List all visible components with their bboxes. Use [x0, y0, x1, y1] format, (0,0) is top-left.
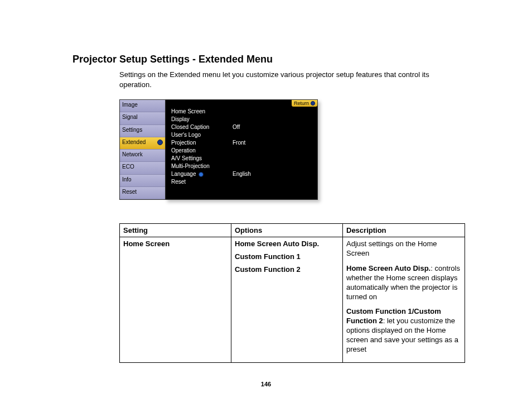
osd-row-label: Display	[171, 116, 233, 123]
osd-sidebar: Image Signal Settings Extended Network E…	[119, 99, 165, 200]
osd-row-label: Operation	[171, 147, 233, 155]
osd-side-label: Signal	[122, 114, 138, 120]
osd-row-label: Multi-Projection	[171, 162, 233, 170]
globe-icon	[199, 172, 204, 177]
desc-paragraph: Adjust settings on the Home Screen	[346, 239, 461, 258]
enter-icon	[157, 140, 163, 145]
osd-side-reset: Reset	[120, 187, 165, 199]
option-item: Home Screen Auto Disp.	[235, 239, 339, 248]
cell-setting: Home Screen	[120, 237, 231, 363]
osd-row-value: English	[233, 170, 251, 178]
osd-side-settings: Settings	[120, 125, 165, 137]
desc-paragraph: Home Screen Auto Disp.: controls whether…	[346, 264, 461, 302]
osd-row-label: Projection	[171, 139, 233, 147]
osd-row: Closed CaptionOff	[171, 123, 317, 131]
osd-side-network: Network	[120, 150, 165, 162]
page-number: 146	[0, 381, 532, 387]
table-row: Home Screen Home Screen Auto Disp. Custo…	[120, 237, 465, 363]
osd-side-extended: Extended	[120, 137, 165, 150]
th-description: Description	[343, 224, 465, 237]
osd-side-label: Info	[122, 176, 132, 183]
cell-description: Adjust settings on the Home Screen Home …	[343, 237, 465, 363]
osd-row-label: Reset	[171, 178, 233, 186]
cell-options: Home Screen Auto Disp. Custom Function 1…	[231, 237, 343, 363]
osd-body: Home Screen Display Closed CaptionOff Us…	[166, 100, 317, 186]
osd-side-eco: ECO	[120, 162, 165, 174]
osd-row-label: Home Screen	[171, 108, 233, 116]
osd-row: Display	[171, 116, 317, 123]
osd-row-label: Closed Caption	[171, 123, 233, 131]
option-item: Custom Function 2	[235, 265, 339, 274]
osd-row-label-text: Language	[171, 171, 196, 177]
osd-row: Multi-Projection	[171, 162, 317, 170]
osd-row-label: Language	[171, 170, 233, 178]
osd-row: ProjectionFront	[171, 139, 317, 147]
desc-paragraph: Custom Function 1/Custom Function 2: let…	[346, 307, 461, 354]
page-heading: Projector Setup Settings - Extended Menu	[72, 54, 460, 65]
projector-menu-screenshot: Image Signal Settings Extended Network E…	[119, 99, 318, 200]
osd-side-info: Info	[120, 175, 165, 187]
osd-row-value: Off	[233, 123, 240, 131]
osd-side-label: Extended	[122, 139, 146, 145]
osd-side-label: ECO	[122, 164, 134, 170]
osd-side-label: Settings	[122, 127, 142, 133]
osd-row-label: User's Logo	[171, 131, 233, 139]
settings-table: Setting Options Description Home Screen …	[119, 223, 465, 363]
osd-side-label: Image	[122, 102, 138, 108]
th-options: Options	[231, 224, 343, 237]
osd-side-signal: Signal	[120, 112, 165, 124]
osd-row: Home Screen	[171, 108, 317, 116]
intro-text: Settings on the Extended menu let you cu…	[119, 70, 443, 89]
osd-row-label: A/V Settings	[171, 155, 233, 162]
osd-main-panel: Return Home Screen Display Closed Captio…	[165, 99, 318, 200]
osd-return-button: Return	[292, 100, 317, 107]
th-setting: Setting	[120, 224, 231, 237]
osd-side-label: Reset	[122, 189, 137, 195]
setting-name: Home Screen	[123, 239, 170, 248]
osd-row: LanguageEnglish	[171, 170, 317, 178]
osd-row: Operation	[171, 147, 317, 155]
desc-bold: Home Screen Auto Disp.	[346, 264, 431, 272]
osd-row-value: Front	[233, 139, 245, 147]
osd-side-label: Network	[122, 151, 143, 157]
osd-return-label: Return	[294, 100, 309, 106]
osd-row: Reset	[171, 178, 317, 186]
return-icon	[311, 101, 315, 106]
osd-row: A/V Settings	[171, 155, 317, 162]
osd-row: User's Logo	[171, 131, 317, 139]
option-item: Custom Function 1	[235, 252, 339, 261]
osd-side-image: Image	[120, 100, 165, 112]
